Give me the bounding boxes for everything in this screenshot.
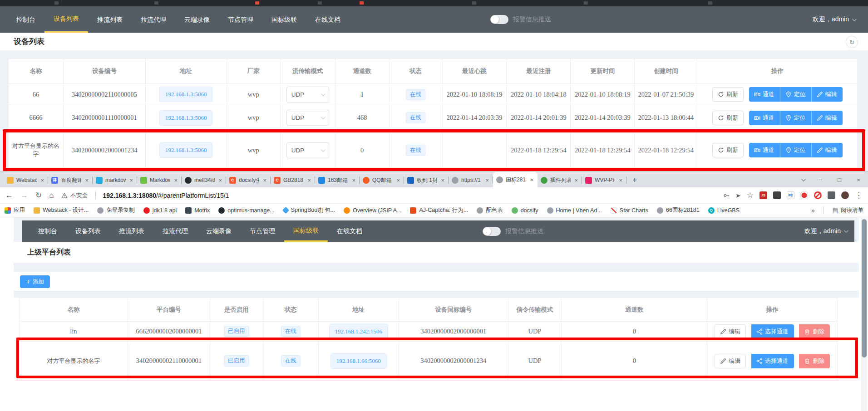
tab-close-icon[interactable]: × [217, 177, 223, 184]
nav-tab-push-list[interactable]: 推流列表 [88, 6, 132, 33]
user-menu[interactable]: 欢迎，admin [804, 227, 847, 235]
refresh-page-button[interactable]: ↻ [846, 36, 858, 48]
bookmark-webstack[interactable]: Webstack - 设计... [34, 206, 89, 214]
browser-tab-inbox[interactable]: 收到 1封邮× [404, 173, 449, 187]
user-menu[interactable]: 欢迎，admin [813, 15, 855, 24]
browser-tab-markdown[interactable]: markdow× [93, 173, 137, 187]
edit-platform-button[interactable]: 编辑 [715, 354, 746, 368]
edit-platform-button[interactable]: 编辑 [715, 324, 746, 339]
browser-tab-webstack[interactable]: Webstack× [4, 173, 48, 187]
extension-adblock-icon[interactable] [814, 191, 822, 199]
nav-tab-gb-cascade[interactable]: 国标级联 [284, 220, 328, 242]
bookmark-livegbs[interactable]: QLiveGBS [708, 207, 740, 214]
tab-close-icon[interactable]: × [484, 177, 490, 184]
tab-close-icon[interactable]: × [262, 177, 267, 184]
nav-tab-online-docs[interactable]: 在线文档 [306, 6, 350, 33]
back-button[interactable]: ← [5, 191, 13, 199]
bookmark-motrix[interactable]: Motrix [185, 207, 210, 214]
profile-avatar[interactable] [841, 191, 849, 199]
edit-device-button[interactable]: 编辑 [811, 143, 843, 157]
tab-close-icon[interactable]: × [351, 177, 356, 184]
delete-platform-button[interactable]: 删除 [799, 354, 830, 368]
extension-stop-icon[interactable] [800, 191, 808, 199]
bookmark-color-table[interactable]: 配色表 [477, 206, 503, 214]
nav-tab-device-list[interactable]: 设备列表 [44, 6, 88, 33]
nav-tab-cloud-record[interactable]: 云端录像 [175, 6, 219, 33]
bookmark-vben[interactable]: Home | Vben Ad... [547, 207, 602, 214]
bookmarks-overflow-button[interactable]: » [811, 207, 815, 214]
refresh-device-button[interactable]: 刷新 [712, 143, 744, 157]
page-scrollbar[interactable] [861, 218, 867, 411]
locate-button[interactable]: 定位 [780, 111, 811, 125]
address-link[interactable]: 192.168.1.242:1506 [329, 324, 388, 339]
new-tab-button[interactable]: + [628, 174, 641, 186]
forward-button[interactable]: → [20, 191, 28, 199]
extension-dark-icon[interactable] [773, 191, 781, 199]
nav-tab-gb-cascade[interactable]: 国标级联 [262, 6, 306, 33]
browser-menu-icon[interactable]: ⋮ [855, 191, 863, 199]
bookmark-apps[interactable]: 应用 [5, 206, 25, 214]
locate-button[interactable]: 定位 [780, 143, 811, 157]
address-link[interactable]: 192.168.1.66:5060 [330, 353, 387, 369]
nav-tab-pull-proxy[interactable]: 拉流代理 [132, 6, 175, 33]
channels-button[interactable]: 通道 [749, 87, 780, 102]
edit-device-button[interactable]: 编辑 [811, 111, 843, 125]
bookmark-star-charts[interactable]: Star Charts [611, 207, 648, 214]
password-key-icon[interactable] [723, 192, 730, 199]
select-channel-button[interactable]: 选择通道 [751, 324, 794, 339]
extension-fehelper-icon[interactable]: FE [787, 191, 794, 199]
browser-tab-wvp-pro[interactable]: WVP-PR× [582, 173, 626, 187]
channels-button[interactable]: 通道 [749, 111, 780, 125]
add-platform-button[interactable]: 添加 [20, 275, 50, 288]
tab-close-icon[interactable]: × [306, 177, 312, 184]
address-link[interactable]: 192.168.1.3:5060 [159, 87, 212, 102]
tab-close-icon[interactable]: × [173, 177, 178, 184]
bookmark-overview-jsip[interactable]: Overview (JSIP A... [344, 207, 401, 214]
stream-mode-select[interactable]: UDP [286, 142, 329, 158]
browser-tab-github[interactable]: meff34/d× [182, 173, 226, 187]
tab-close-icon[interactable]: × [573, 177, 579, 184]
bookmark-star-icon[interactable]: ☆ [747, 191, 754, 199]
browser-tab-qq-mail[interactable]: QQ邮箱 -× [360, 173, 404, 187]
delete-platform-button[interactable]: 删除 [799, 324, 830, 339]
browser-tab-markdown2[interactable]: Markdow× [137, 173, 182, 187]
alarm-push-toggle[interactable] [490, 15, 508, 24]
scrollbar-thumb[interactable] [862, 219, 867, 357]
tab-close-icon[interactable]: × [395, 177, 401, 184]
address-link[interactable]: 192.168.1.3:5060 [159, 110, 212, 126]
bookmark-copy[interactable]: 免登录复制 [97, 206, 135, 214]
tab-close-icon[interactable]: × [618, 177, 623, 184]
browser-tab-baidu-translate[interactable]: 译百度翻译× [48, 173, 93, 187]
security-indicator[interactable]: 不安全 [61, 191, 88, 200]
nav-tab-online-docs[interactable]: 在线文档 [328, 220, 371, 242]
nav-tab-push-list[interactable]: 推流列表 [110, 220, 153, 242]
bookmark-docsify[interactable]: docsify [512, 207, 538, 214]
window-close-button[interactable]: × [849, 173, 868, 186]
stream-mode-select[interactable]: UDP [286, 87, 329, 103]
address-link[interactable]: 192.168.1.3:5060 [159, 142, 212, 158]
bookmark-aj-captcha[interactable]: AJ-Captcha: 行为... [410, 206, 468, 214]
nav-tab-device-list[interactable]: 设备列表 [66, 220, 110, 242]
refresh-device-button[interactable]: 刷新 [712, 111, 744, 125]
address-bar[interactable]: 192.168.1.3:18080/#/parentPlatformList/1… [103, 192, 229, 199]
alarm-push-toggle[interactable] [483, 227, 501, 236]
refresh-device-button[interactable]: 刷新 [712, 87, 744, 102]
nav-tab-cloud-record[interactable]: 云端录像 [197, 220, 241, 242]
locate-button[interactable]: 定位 [780, 87, 811, 102]
tab-search-button[interactable] [792, 173, 811, 186]
browser-tab-gb28181[interactable]: CGB28181× [271, 173, 315, 187]
browser-tab-https[interactable]: https://1× [449, 173, 493, 187]
bookmark-optimus[interactable]: optimus-manage... [218, 207, 275, 214]
nav-tab-console[interactable]: 控制台 [29, 220, 66, 242]
browser-tab-docsify[interactable]: Cdocsify生× [226, 173, 271, 187]
tab-close-icon[interactable]: × [84, 177, 89, 184]
browser-tab-plugin-list[interactable]: 插件列表× [538, 173, 582, 187]
extension-js-icon[interactable]: JS [760, 191, 767, 199]
tab-close-icon[interactable]: × [39, 177, 45, 184]
reading-list-button[interactable]: ▤阅读清单 [833, 206, 863, 214]
stream-mode-select[interactable]: UDP [286, 110, 329, 126]
window-maximize-button[interactable]: □ [830, 173, 849, 186]
window-minimize-button[interactable]: − [811, 173, 830, 186]
tab-close-icon[interactable]: × [440, 177, 445, 184]
nav-tab-node-manage[interactable]: 节点管理 [241, 220, 284, 242]
